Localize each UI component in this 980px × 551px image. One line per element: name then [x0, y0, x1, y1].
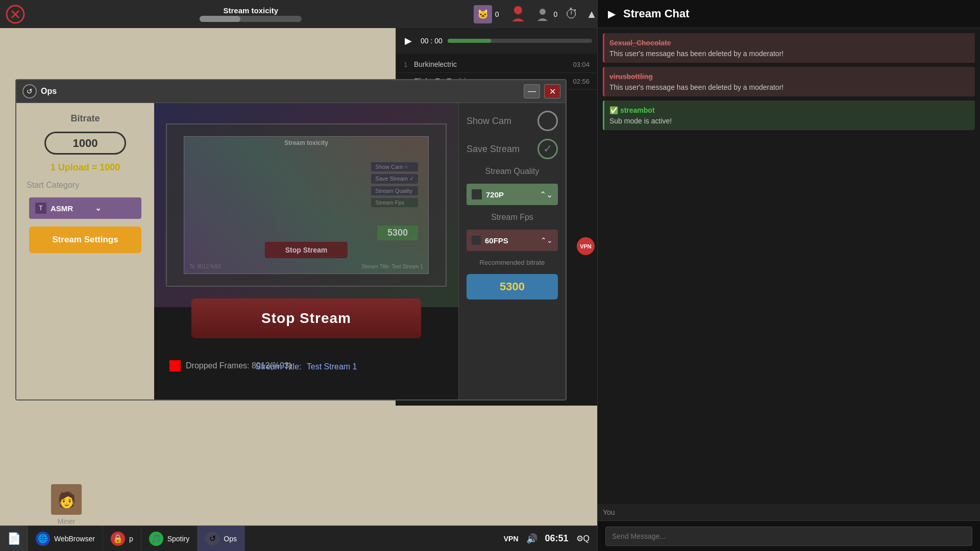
bitrate-input[interactable]: [44, 132, 126, 155]
chat-messages: Sexual_Chocolate This user's message has…: [598, 28, 980, 504]
minimize-button[interactable]: —: [524, 84, 540, 98]
chat-username: ✅ streambot: [609, 106, 655, 114]
nested-inner: Stream toxicity Show Cam ○ Save Stream ✓…: [184, 136, 429, 274]
webbrowser-icon: 🌐: [36, 532, 50, 546]
stream-title-value: Test Stream 1: [307, 362, 357, 371]
svg-point-2: [540, 9, 546, 15]
checkmark-icon: ✓: [543, 142, 552, 156]
taskbar-app-ops[interactable]: ↺ Ops: [198, 526, 245, 552]
progress-bar[interactable]: [448, 39, 592, 43]
chat-input[interactable]: [605, 527, 972, 546]
miner-avatar: 🧑: [51, 484, 82, 515]
taskbar-blank-icon: 📄: [0, 526, 28, 552]
chat-message: Sexual_Chocolate This user's message has…: [603, 33, 975, 63]
chat-username: Sexual_Chocolate: [609, 39, 671, 47]
save-stream-toggle[interactable]: ✓: [537, 139, 558, 159]
stream-toxicity-section: Stream toxicity: [28, 6, 474, 22]
close-button[interactable]: ✕: [544, 84, 560, 98]
left-panel: Bitrate 1 Upload = 1000 Start Category T…: [16, 103, 154, 399]
queue-controls: ▶ 00 : 00: [396, 28, 597, 54]
ops-taskbar-label: Ops: [224, 535, 237, 543]
category-name: ASMR: [51, 204, 91, 213]
person-icon: [535, 7, 550, 22]
progress-fill: [448, 39, 491, 43]
dropped-frames-indicator: [169, 360, 181, 371]
settings-icon[interactable]: ⚙Q: [576, 534, 590, 543]
person-count-group: 0: [535, 7, 557, 22]
quality-value: 720P: [486, 190, 540, 199]
chevron-down-icon: ⌃⌄: [540, 190, 553, 199]
top-bar-logo: [3, 2, 28, 27]
list-item: 1 Burkinelectric 03:04: [396, 56, 597, 73]
volume-icon: 🔊: [526, 533, 537, 544]
asmr-icon: T: [35, 203, 46, 214]
nested-fps: 5300: [377, 226, 418, 240]
chat-panel: ▶ Stream Chat Sexual_Chocolate This user…: [597, 0, 980, 551]
taskbar-right: VPN 🔊 06:51 ⚙Q: [504, 533, 597, 544]
fps-chevron-icon: ⌃⌄: [541, 236, 553, 244]
spotiry-icon: 🎵: [149, 532, 163, 546]
quality-icon: [472, 189, 482, 199]
red-avatar-icon: [509, 4, 527, 22]
start-category-label: Start Category: [27, 181, 79, 190]
top-bar: Stream toxicity 🐱 0 0 ⏱ ▲: [0, 0, 597, 28]
cat-icon: 🐱: [474, 5, 492, 23]
center-panel: Stream toxicity Show Cam ○ Save Stream ✓…: [154, 103, 458, 399]
chat-message: virusbottling This user's message has be…: [603, 67, 975, 96]
clock-display: 06:51: [545, 533, 569, 544]
taskbar-app-spotiry[interactable]: 🎵 Spotiry: [141, 526, 198, 552]
red-avatar-area: [509, 4, 527, 24]
ops-title: Ops: [41, 87, 57, 96]
ops-window-controls: — ✕: [524, 84, 560, 98]
recommended-bitrate-label: Recommended bitrate: [467, 259, 558, 266]
cat-count: 0: [495, 10, 499, 18]
quality-dropdown[interactable]: 720P ⌃⌄: [467, 184, 558, 205]
chat-header: ▶ Stream Chat: [598, 0, 980, 28]
play-button[interactable]: ▶: [401, 34, 415, 48]
category-dropdown[interactable]: T ASMR ⌄: [29, 197, 141, 219]
toxicity-bar: [200, 16, 302, 22]
queue-name: Burkinelectric: [414, 60, 573, 68]
ops-titlebar: ↺ Ops — ✕: [16, 80, 566, 103]
fps-icon: [472, 236, 481, 245]
cat-icon-group: 🐱 0: [474, 5, 499, 23]
arrow-up-icon: ▲: [586, 8, 597, 21]
chat-input-area: [598, 520, 980, 551]
stop-stream-button[interactable]: Stop Stream: [191, 298, 421, 338]
stream-preview: Stream toxicity Show Cam ○ Save Stream ✓…: [154, 103, 458, 307]
chat-text: This user's message has been deleted by …: [609, 83, 970, 91]
ops-content: Bitrate 1 Upload = 1000 Start Category T…: [16, 103, 566, 399]
taskbar-app-webbrowser[interactable]: 🌐 WebBrowser: [28, 526, 103, 552]
timer-icon: ⏱: [565, 6, 578, 22]
show-cam-toggle[interactable]: [537, 111, 558, 131]
save-stream-row: Save Stream ✓: [467, 139, 558, 159]
chat-text: This user's message has been deleted by …: [609, 49, 970, 58]
ops-taskbar-icon: ↺: [205, 532, 219, 546]
queue-time: 02:56: [573, 78, 590, 85]
chat-play-icon: ▶: [608, 8, 616, 20]
p-app-label: p: [129, 535, 133, 543]
chat-text: Sub mode is active!: [609, 117, 970, 125]
fps-dropdown[interactable]: 60FPS ⌃⌄: [467, 230, 558, 251]
taskbar-app-p[interactable]: 🔒 p: [103, 526, 141, 552]
recommended-bitrate-value: 5300: [467, 274, 558, 299]
person-count: 0: [553, 10, 557, 18]
nested-preview: Stream toxicity Show Cam ○ Save Stream ✓…: [166, 123, 447, 287]
chat-message: ✅ streambot Sub mode is active!: [603, 101, 975, 130]
chat-title: Stream Chat: [623, 7, 690, 20]
chevron-down-icon: ⌄: [95, 204, 135, 213]
miner-area: 🧑 Miner: [51, 484, 82, 525]
toxicity-bar-fill: [200, 16, 240, 22]
preview-content: Stream toxicity Show Cam ○ Save Stream ✓…: [154, 103, 458, 307]
p-app-icon: 🔒: [111, 532, 125, 546]
right-panel: Show Cam Save Stream ✓ Stream Quality 72…: [458, 103, 566, 399]
show-cam-row: Show Cam: [467, 111, 558, 131]
stream-settings-button[interactable]: Stream Settings: [29, 227, 141, 253]
ops-logo-icon: [6, 5, 25, 24]
nested-stop-button: Stop Stream: [265, 242, 348, 258]
miner-label: Miner: [57, 517, 75, 525]
upload-label: 1 Upload = 1000: [51, 162, 120, 173]
save-stream-label: Save Stream: [467, 144, 520, 155]
queue-time: 03:04: [573, 61, 590, 68]
fps-value: 60FPS: [485, 236, 541, 245]
